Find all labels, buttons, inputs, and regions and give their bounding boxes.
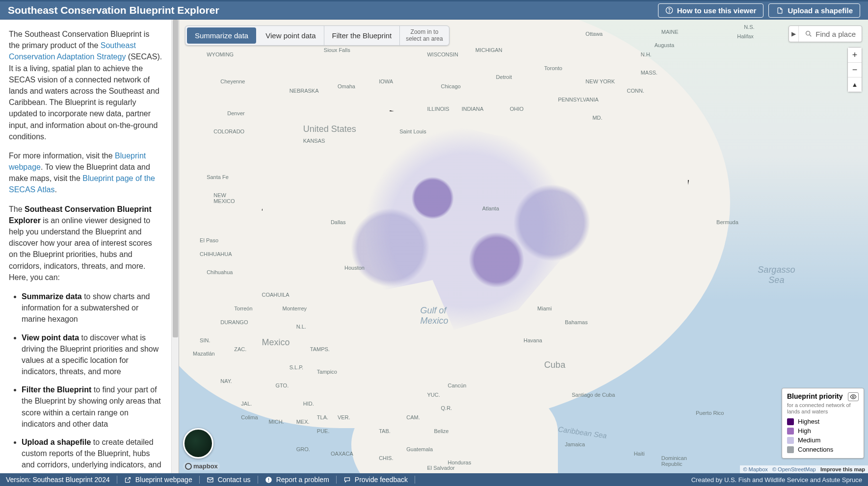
legend-subtitle: for a connected network of lands and wat…	[787, 402, 859, 415]
help-icon	[665, 6, 673, 14]
intro-para-2: For more information, visit the Blueprin…	[9, 150, 162, 196]
reset-north-button[interactable]: ▲	[848, 77, 862, 92]
svg-rect-7	[268, 481, 269, 482]
map-label: Jamaica	[565, 441, 585, 447]
legend-swatch	[787, 437, 794, 444]
search-input[interactable]: Find a place	[799, 30, 862, 38]
map-label: N.S.	[744, 24, 754, 30]
list-item: View point data to discover what is driv…	[22, 332, 162, 378]
legend-label: Highest	[798, 418, 819, 425]
legend-row: Medium	[787, 436, 859, 444]
tab-summarize-data[interactable]: Summarize data	[187, 27, 256, 44]
tab-view-point-data[interactable]: View point data	[258, 26, 324, 45]
search-placeholder: Find a place	[815, 30, 856, 38]
sidebar-scrollbar-thumb[interactable]	[173, 20, 178, 337]
sidebar-scrollbar[interactable]	[171, 20, 179, 473]
map-label: Haiti	[634, 451, 645, 457]
svg-point-1	[669, 12, 669, 12]
map-label: GRO.	[296, 446, 310, 452]
svg-point-2	[806, 31, 810, 35]
map-label: Sargasso Sea	[758, 265, 795, 285]
legend-swatch	[787, 428, 794, 435]
list-item: Summarize data to show charts and inform…	[22, 291, 162, 325]
list-item: Upload a shapefile to create detailed cu…	[22, 436, 162, 473]
legend-swatch	[787, 418, 794, 425]
file-icon	[776, 6, 784, 14]
app-footer: Version: Southeast Blueprint 2024 Bluepr…	[0, 473, 868, 486]
intro-para-1: The Southeast Conservation Blueprint is …	[9, 28, 162, 142]
upload-shapefile-button[interactable]: Upload a shapefile	[768, 3, 860, 18]
map-label: Halifax	[737, 33, 754, 39]
basemap-toggle[interactable]	[183, 428, 213, 459]
zoom-hint: Zoom in to select an area	[400, 26, 448, 45]
external-link-icon	[124, 476, 132, 484]
map-attribution: © Mapbox © OpenStreetMap Improve this ma…	[740, 465, 868, 473]
upload-shapefile-label: Upload a shapefile	[788, 6, 853, 15]
geocoder-collapse-button[interactable]: ▶	[789, 26, 799, 42]
map-label: OAXACA	[331, 451, 353, 457]
info-sidebar-content[interactable]: The Southeast Conservation Blueprint is …	[0, 20, 171, 473]
legend-label: Connections	[798, 446, 833, 453]
legend-label: High	[798, 427, 811, 435]
mode-toolbar: Summarize data View point data Filter th…	[185, 26, 449, 46]
legend-visibility-toggle[interactable]	[848, 392, 859, 401]
zoom-out-button[interactable]: −	[848, 62, 862, 77]
legend-panel: Blueprint priority for a connected netwo…	[782, 388, 864, 459]
map-label: Augusta	[655, 42, 674, 48]
app-header: Southeast Conservation Blueprint Explore…	[0, 0, 868, 20]
chat-icon	[343, 476, 351, 484]
zoom-controls: + − ▲	[847, 47, 862, 92]
footer-contact-us[interactable]: Contact us	[200, 476, 258, 484]
legend-swatch	[787, 446, 794, 453]
how-to-use-label: How to use this viewer	[677, 6, 757, 15]
map-label: Caribbean Sea	[557, 425, 607, 440]
legend-row: Connections	[787, 446, 859, 453]
info-sidebar: The Southeast Conservation Blueprint is …	[0, 20, 179, 473]
map-label: PUE.	[317, 428, 330, 434]
version-label: Version: Southeast Blueprint 2024	[6, 476, 117, 484]
alert-icon	[265, 476, 273, 484]
legend-row: High	[787, 427, 859, 435]
tab-filter-blueprint[interactable]: Filter the Blueprint	[324, 26, 400, 45]
legend-row: Highest	[787, 418, 859, 425]
link-mapbox[interactable]: © Mapbox	[743, 466, 767, 472]
mapbox-logo: mapbox	[183, 462, 220, 470]
zoom-in-button[interactable]: +	[848, 48, 862, 62]
map-label: Colima	[241, 414, 258, 420]
map-canvas[interactable]: United States Mexico Gulf of Mexico Sarg…	[179, 20, 868, 473]
legend-label: Medium	[798, 436, 820, 444]
search-icon	[805, 30, 813, 38]
link-osm[interactable]: © OpenStreetMap	[772, 466, 816, 472]
footer-credit: Created by U.S. Fish and Wildlife Servic…	[691, 476, 862, 484]
list-item: Filter the Blueprint to find your part o…	[22, 384, 162, 430]
map-label: Dominican Republic	[661, 455, 687, 467]
legend-title: Blueprint priority	[787, 392, 843, 400]
map-label: MAINE	[661, 29, 679, 35]
svg-point-3	[852, 396, 854, 398]
footer-report-problem[interactable]: Report a problem	[258, 476, 336, 484]
mail-icon	[207, 476, 214, 484]
how-to-use-button[interactable]: How to use this viewer	[658, 3, 764, 18]
app-title: Southeast Conservation Blueprint Explore…	[8, 4, 653, 16]
footer-provide-feedback[interactable]: Provide feedback	[337, 476, 415, 484]
link-improve-map[interactable]: Improve this map	[820, 466, 865, 472]
footer-blueprint-webpage[interactable]: Blueprint webpage	[117, 476, 199, 484]
map-label: Puerto Rico	[696, 410, 724, 416]
intro-para-3: The Southeast Conservation Blueprint Exp…	[9, 204, 162, 283]
geocoder[interactable]: ▶ Find a place	[789, 26, 862, 42]
map-viewport[interactable]: United States Mexico Gulf of Mexico Sarg…	[179, 20, 868, 473]
feature-list: Summarize data to show charts and inform…	[9, 291, 162, 473]
svg-rect-6	[268, 478, 269, 480]
